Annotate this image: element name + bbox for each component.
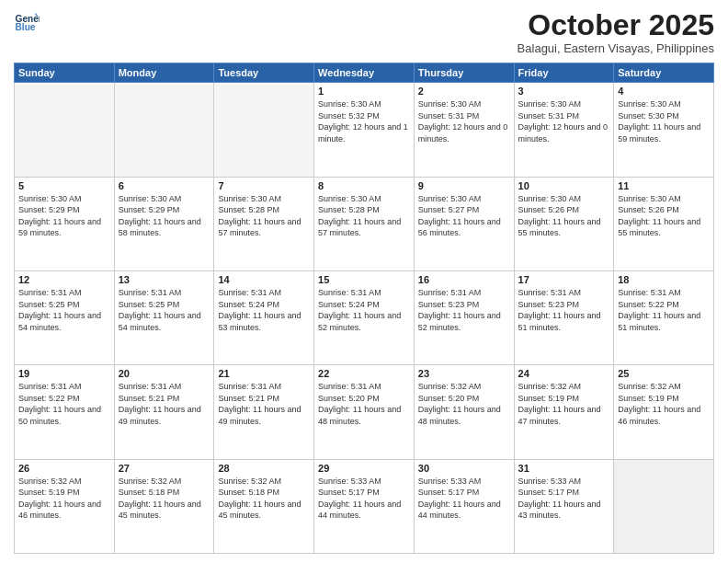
calendar-cell: 29Sunrise: 5:33 AMSunset: 5:17 PMDayligh… [314, 459, 415, 553]
day-number: 21 [218, 368, 310, 379]
day-number: 24 [518, 368, 610, 379]
calendar-cell: 6Sunrise: 5:30 AMSunset: 5:29 PMDaylight… [114, 177, 214, 270]
day-detail: Sunrise: 5:31 AMSunset: 5:22 PMDaylight:… [618, 287, 710, 333]
day-detail: Sunrise: 5:31 AMSunset: 5:22 PMDaylight:… [18, 381, 110, 427]
calendar-cell: 18Sunrise: 5:31 AMSunset: 5:22 PMDayligh… [614, 270, 714, 364]
day-number: 15 [318, 274, 410, 285]
day-number: 28 [218, 463, 310, 474]
calendar-cell: 30Sunrise: 5:33 AMSunset: 5:17 PMDayligh… [414, 459, 514, 553]
calendar-cell: 27Sunrise: 5:32 AMSunset: 5:18 PMDayligh… [114, 459, 214, 553]
day-number: 22 [318, 368, 410, 379]
day-detail: Sunrise: 5:33 AMSunset: 5:17 PMDaylight:… [518, 476, 610, 522]
day-detail: Sunrise: 5:31 AMSunset: 5:21 PMDaylight:… [119, 381, 210, 427]
svg-text:Blue: Blue [16, 22, 36, 32]
calendar-week-1: 1Sunrise: 5:30 AMSunset: 5:32 PMDaylight… [15, 83, 714, 177]
day-detail: Sunrise: 5:30 AMSunset: 5:32 PMDaylight:… [318, 98, 410, 144]
day-number: 17 [518, 274, 610, 285]
weekday-header-saturday: Saturday [614, 63, 714, 83]
day-number: 1 [318, 86, 410, 97]
day-detail: Sunrise: 5:30 AMSunset: 5:31 PMDaylight:… [418, 98, 510, 144]
day-detail: Sunrise: 5:30 AMSunset: 5:27 PMDaylight:… [418, 193, 510, 239]
calendar-cell: 5Sunrise: 5:30 AMSunset: 5:29 PMDaylight… [15, 177, 115, 270]
calendar-cell: 12Sunrise: 5:31 AMSunset: 5:25 PMDayligh… [15, 270, 115, 364]
day-number: 26 [18, 463, 110, 474]
day-detail: Sunrise: 5:31 AMSunset: 5:21 PMDaylight:… [218, 381, 310, 427]
month-title: October 2025 [518, 9, 714, 41]
day-detail: Sunrise: 5:32 AMSunset: 5:19 PMDaylight:… [618, 381, 710, 427]
day-number: 19 [18, 368, 110, 379]
day-number: 13 [119, 274, 210, 285]
day-detail: Sunrise: 5:30 AMSunset: 5:31 PMDaylight:… [518, 98, 610, 144]
day-detail: Sunrise: 5:31 AMSunset: 5:25 PMDaylight:… [18, 287, 110, 333]
day-detail: Sunrise: 5:31 AMSunset: 5:23 PMDaylight:… [418, 287, 510, 333]
day-detail: Sunrise: 5:32 AMSunset: 5:18 PMDaylight:… [119, 476, 210, 522]
calendar-cell [614, 459, 714, 553]
calendar-cell: 22Sunrise: 5:31 AMSunset: 5:20 PMDayligh… [314, 365, 415, 459]
calendar-cell: 28Sunrise: 5:32 AMSunset: 5:18 PMDayligh… [214, 459, 314, 553]
calendar-cell: 19Sunrise: 5:31 AMSunset: 5:22 PMDayligh… [15, 365, 115, 459]
weekday-header-sunday: Sunday [15, 63, 115, 83]
calendar-cell: 2Sunrise: 5:30 AMSunset: 5:31 PMDaylight… [414, 83, 514, 177]
header: General Blue October 2025 Balagui, Easte… [14, 9, 714, 55]
calendar-cell: 8Sunrise: 5:30 AMSunset: 5:28 PMDaylight… [314, 177, 415, 270]
day-number: 10 [518, 180, 610, 191]
calendar-cell: 21Sunrise: 5:31 AMSunset: 5:21 PMDayligh… [214, 365, 314, 459]
calendar-cell: 10Sunrise: 5:30 AMSunset: 5:26 PMDayligh… [514, 177, 614, 270]
calendar-cell: 7Sunrise: 5:30 AMSunset: 5:28 PMDaylight… [214, 177, 314, 270]
calendar-cell: 13Sunrise: 5:31 AMSunset: 5:25 PMDayligh… [114, 270, 214, 364]
day-number: 27 [119, 463, 210, 474]
day-number: 31 [518, 463, 610, 474]
day-number: 18 [618, 274, 710, 285]
day-number: 14 [218, 274, 310, 285]
calendar-cell: 17Sunrise: 5:31 AMSunset: 5:23 PMDayligh… [514, 270, 614, 364]
calendar-cell: 20Sunrise: 5:31 AMSunset: 5:21 PMDayligh… [114, 365, 214, 459]
day-detail: Sunrise: 5:30 AMSunset: 5:26 PMDaylight:… [618, 193, 710, 239]
calendar-cell: 31Sunrise: 5:33 AMSunset: 5:17 PMDayligh… [514, 459, 614, 553]
day-detail: Sunrise: 5:31 AMSunset: 5:24 PMDaylight:… [218, 287, 310, 333]
day-detail: Sunrise: 5:31 AMSunset: 5:25 PMDaylight:… [119, 287, 210, 333]
day-number: 7 [218, 180, 310, 191]
calendar-cell: 14Sunrise: 5:31 AMSunset: 5:24 PMDayligh… [214, 270, 314, 364]
calendar-cell: 1Sunrise: 5:30 AMSunset: 5:32 PMDaylight… [314, 83, 415, 177]
weekday-header-thursday: Thursday [414, 63, 514, 83]
calendar-week-2: 5Sunrise: 5:30 AMSunset: 5:29 PMDaylight… [15, 177, 714, 270]
day-detail: Sunrise: 5:31 AMSunset: 5:23 PMDaylight:… [518, 287, 610, 333]
logo-icon: General Blue [14, 9, 40, 35]
day-number: 8 [318, 180, 410, 191]
calendar-cell: 9Sunrise: 5:30 AMSunset: 5:27 PMDaylight… [414, 177, 514, 270]
title-area: October 2025 Balagui, Eastern Visayas, P… [518, 9, 714, 55]
calendar-table: SundayMondayTuesdayWednesdayThursdayFrid… [14, 63, 714, 554]
page: General Blue October 2025 Balagui, Easte… [0, 0, 728, 563]
calendar-week-4: 19Sunrise: 5:31 AMSunset: 5:22 PMDayligh… [15, 365, 714, 459]
day-number: 5 [18, 180, 110, 191]
calendar-cell: 23Sunrise: 5:32 AMSunset: 5:20 PMDayligh… [414, 365, 514, 459]
day-detail: Sunrise: 5:30 AMSunset: 5:28 PMDaylight:… [318, 193, 410, 239]
day-number: 2 [418, 86, 510, 97]
weekday-header-tuesday: Tuesday [214, 63, 314, 83]
day-number: 4 [618, 86, 710, 97]
day-detail: Sunrise: 5:33 AMSunset: 5:17 PMDaylight:… [418, 476, 510, 522]
day-detail: Sunrise: 5:30 AMSunset: 5:29 PMDaylight:… [119, 193, 210, 239]
day-detail: Sunrise: 5:32 AMSunset: 5:20 PMDaylight:… [418, 381, 510, 427]
day-number: 3 [518, 86, 610, 97]
day-detail: Sunrise: 5:30 AMSunset: 5:28 PMDaylight:… [218, 193, 310, 239]
logo: General Blue [14, 9, 40, 35]
day-detail: Sunrise: 5:31 AMSunset: 5:20 PMDaylight:… [318, 381, 410, 427]
day-detail: Sunrise: 5:30 AMSunset: 5:29 PMDaylight:… [18, 193, 110, 239]
day-number: 29 [318, 463, 410, 474]
day-detail: Sunrise: 5:30 AMSunset: 5:26 PMDaylight:… [518, 193, 610, 239]
calendar-week-5: 26Sunrise: 5:32 AMSunset: 5:19 PMDayligh… [15, 459, 714, 553]
day-detail: Sunrise: 5:32 AMSunset: 5:19 PMDaylight:… [518, 381, 610, 427]
calendar-cell: 4Sunrise: 5:30 AMSunset: 5:30 PMDaylight… [614, 83, 714, 177]
day-number: 16 [418, 274, 510, 285]
calendar-cell: 11Sunrise: 5:30 AMSunset: 5:26 PMDayligh… [614, 177, 714, 270]
calendar-cell [15, 83, 115, 177]
day-detail: Sunrise: 5:32 AMSunset: 5:18 PMDaylight:… [218, 476, 310, 522]
day-number: 9 [418, 180, 510, 191]
day-number: 12 [18, 274, 110, 285]
weekday-header-wednesday: Wednesday [314, 63, 415, 83]
day-number: 6 [119, 180, 210, 191]
calendar-cell [214, 83, 314, 177]
calendar-cell [114, 83, 214, 177]
location-subtitle: Balagui, Eastern Visayas, Philippines [518, 41, 714, 55]
